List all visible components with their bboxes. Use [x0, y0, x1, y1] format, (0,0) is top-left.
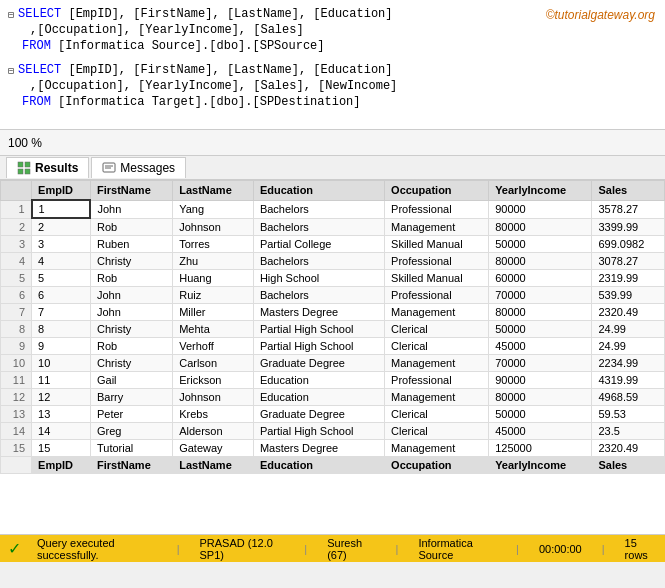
table-cell[interactable]: 2 — [32, 218, 91, 236]
table-cell[interactable]: Management — [385, 355, 489, 372]
sql-editor[interactable]: ©tutorialgateway.org ⊟ SELECT [EmpID], [… — [0, 0, 665, 130]
table-cell[interactable]: John — [90, 304, 172, 321]
results-container[interactable]: EmpID FirstName LastName Education Occup… — [0, 180, 665, 534]
table-cell[interactable]: Bachelors — [253, 253, 384, 270]
table-cell[interactable]: Professional — [385, 253, 489, 270]
table-cell[interactable]: Rob — [90, 338, 172, 355]
table-cell[interactable]: Torres — [173, 236, 254, 253]
table-cell[interactable]: 2234.99 — [592, 355, 665, 372]
table-cell[interactable]: Zhu — [173, 253, 254, 270]
table-cell[interactable]: Masters Degree — [253, 440, 384, 457]
table-cell[interactable]: 59.53 — [592, 406, 665, 423]
table-cell[interactable]: Skilled Manual — [385, 270, 489, 287]
table-cell[interactable]: Christy — [90, 355, 172, 372]
table-cell[interactable]: 699.0982 — [592, 236, 665, 253]
table-cell[interactable]: Graduate Degree — [253, 355, 384, 372]
table-cell[interactable]: Rob — [90, 270, 172, 287]
table-cell[interactable]: 8 — [32, 321, 91, 338]
table-cell[interactable]: 14 — [32, 423, 91, 440]
table-cell[interactable]: Mehta — [173, 321, 254, 338]
table-cell[interactable]: Education — [253, 389, 384, 406]
table-cell[interactable]: Johnson — [173, 389, 254, 406]
table-cell[interactable]: 5 — [32, 270, 91, 287]
table-cell[interactable]: Partial College — [253, 236, 384, 253]
table-cell[interactable]: Krebs — [173, 406, 254, 423]
table-cell[interactable]: 45000 — [489, 423, 592, 440]
table-cell[interactable]: 4968.59 — [592, 389, 665, 406]
table-cell[interactable]: 50000 — [489, 406, 592, 423]
table-cell[interactable]: Clerical — [385, 406, 489, 423]
table-cell[interactable]: Carlson — [173, 355, 254, 372]
table-cell[interactable]: Peter — [90, 406, 172, 423]
table-cell[interactable]: Greg — [90, 423, 172, 440]
table-cell[interactable]: 45000 — [489, 338, 592, 355]
table-cell[interactable]: Erickson — [173, 372, 254, 389]
table-cell[interactable]: 23.5 — [592, 423, 665, 440]
table-cell[interactable]: Christy — [90, 253, 172, 270]
table-cell[interactable]: 125000 — [489, 440, 592, 457]
col-lastname[interactable]: LastName — [173, 181, 254, 201]
col-education[interactable]: Education — [253, 181, 384, 201]
table-cell[interactable]: 539.99 — [592, 287, 665, 304]
tab-messages[interactable]: Messages — [91, 157, 186, 178]
table-cell[interactable]: High School — [253, 270, 384, 287]
table-cell[interactable]: Alderson — [173, 423, 254, 440]
table-cell[interactable]: Masters Degree — [253, 304, 384, 321]
table-cell[interactable]: Education — [253, 372, 384, 389]
table-cell[interactable]: 90000 — [489, 200, 592, 218]
table-cell[interactable]: 24.99 — [592, 338, 665, 355]
table-cell[interactable]: 6 — [32, 287, 91, 304]
collapse-icon-2[interactable]: ⊟ — [8, 64, 14, 80]
table-cell[interactable]: Professional — [385, 287, 489, 304]
table-cell[interactable]: Professional — [385, 372, 489, 389]
table-cell[interactable]: 70000 — [489, 355, 592, 372]
table-cell[interactable]: 1 — [32, 200, 91, 218]
table-cell[interactable]: 80000 — [489, 304, 592, 321]
table-cell[interactable]: Bachelors — [253, 218, 384, 236]
col-firstname[interactable]: FirstName — [90, 181, 172, 201]
table-cell[interactable]: 9 — [32, 338, 91, 355]
table-cell[interactable]: Johnson — [173, 218, 254, 236]
table-cell[interactable]: 24.99 — [592, 321, 665, 338]
table-cell[interactable]: 60000 — [489, 270, 592, 287]
table-cell[interactable]: John — [90, 200, 172, 218]
table-cell[interactable]: 70000 — [489, 287, 592, 304]
table-cell[interactable]: 7 — [32, 304, 91, 321]
table-cell[interactable]: 4 — [32, 253, 91, 270]
table-cell[interactable]: 3399.99 — [592, 218, 665, 236]
table-cell[interactable]: 2320.49 — [592, 304, 665, 321]
collapse-icon-1[interactable]: ⊟ — [8, 8, 14, 24]
table-cell[interactable]: Christy — [90, 321, 172, 338]
table-cell[interactable]: Gateway — [173, 440, 254, 457]
table-cell[interactable]: Ruiz — [173, 287, 254, 304]
tab-results[interactable]: Results — [6, 157, 89, 178]
table-cell[interactable]: Clerical — [385, 338, 489, 355]
table-cell[interactable]: 2320.49 — [592, 440, 665, 457]
table-cell[interactable]: Huang — [173, 270, 254, 287]
table-cell[interactable]: 80000 — [489, 253, 592, 270]
table-cell[interactable]: 2319.99 — [592, 270, 665, 287]
table-cell[interactable]: Miller — [173, 304, 254, 321]
table-cell[interactable]: 11 — [32, 372, 91, 389]
table-cell[interactable]: Gail — [90, 372, 172, 389]
table-cell[interactable]: Verhoff — [173, 338, 254, 355]
table-cell[interactable]: 13 — [32, 406, 91, 423]
table-cell[interactable]: 3578.27 — [592, 200, 665, 218]
col-occupation[interactable]: Occupation — [385, 181, 489, 201]
table-cell[interactable]: 80000 — [489, 218, 592, 236]
table-cell[interactable]: Ruben — [90, 236, 172, 253]
table-cell[interactable]: Partial High School — [253, 423, 384, 440]
table-cell[interactable]: Clerical — [385, 321, 489, 338]
table-cell[interactable]: Rob — [90, 218, 172, 236]
col-sales[interactable]: Sales — [592, 181, 665, 201]
table-cell[interactable]: 4319.99 — [592, 372, 665, 389]
table-cell[interactable]: 15 — [32, 440, 91, 457]
table-cell[interactable]: Management — [385, 440, 489, 457]
table-cell[interactable]: John — [90, 287, 172, 304]
table-cell[interactable]: 50000 — [489, 236, 592, 253]
table-cell[interactable]: Clerical — [385, 423, 489, 440]
table-cell[interactable]: 3 — [32, 236, 91, 253]
table-cell[interactable]: 10 — [32, 355, 91, 372]
table-cell[interactable]: Bachelors — [253, 287, 384, 304]
table-cell[interactable]: 80000 — [489, 389, 592, 406]
